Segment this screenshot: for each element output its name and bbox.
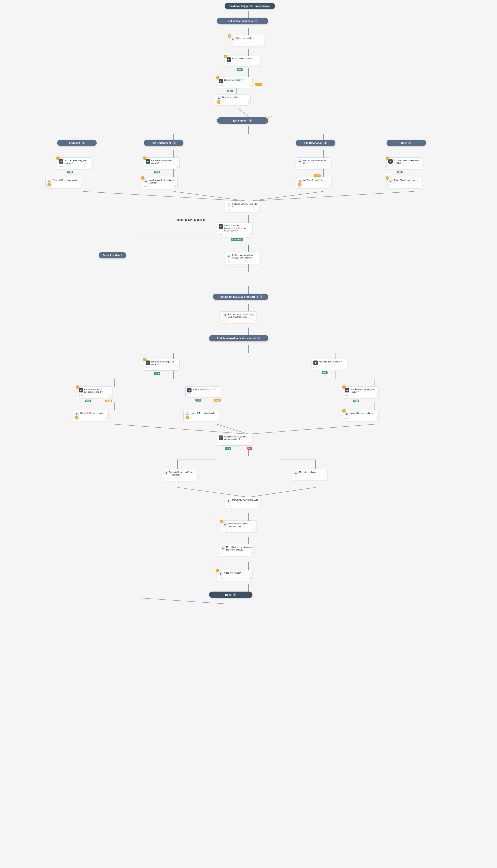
wildfire-warning: ⚠ xyxy=(298,183,301,186)
info-icon-endpoint[interactable]: ℹ xyxy=(82,141,85,144)
arrow-ad-users2: ▶ xyxy=(345,412,349,416)
is-ad-2-box[interactable]: ◆ Is Active Directory integration enable… xyxy=(343,386,379,398)
get-similar-incidents-label: Get similar incidents xyxy=(228,19,253,23)
cortex-endpoints-3-box[interactable]: ▶ Cortex XDR - get endpoints #123 ℹ ⚠ xyxy=(183,410,219,421)
endpoint-pill[interactable]: Endpoint ℹ xyxy=(57,140,97,146)
are-internal-ip-box[interactable]: ◆ Are there internal IP addresses to enr… xyxy=(77,386,112,398)
user-pill[interactable]: User ℹ xyxy=(386,140,426,146)
generate-report-box[interactable]: ▶ Generate investigation summary report … xyxy=(221,520,256,532)
similar-found-info[interactable]: ℹ xyxy=(258,63,258,65)
manual-close-id: #122 xyxy=(221,552,225,554)
calculate-severity-title: Calculate Severity - Generic v2 xyxy=(232,202,258,208)
continue-close-title: Continue with the investigation or Close… xyxy=(224,224,251,232)
file-detonation-pill[interactable]: File Detonation ℹ xyxy=(296,140,335,146)
enrich-internal-node: Enrich Internal Indicators found ℹ xyxy=(209,335,268,341)
info-icon-1[interactable]: ℹ xyxy=(254,19,258,23)
info-icon-done[interactable]: ℹ xyxy=(233,593,236,596)
cortex-endpoints-1-box[interactable]: ▶ Cortex XDR - get endpoints #61 ℹ ⚠ xyxy=(45,177,81,188)
ip-badge: ! xyxy=(76,386,80,389)
find-similar-info[interactable]: ℹ xyxy=(262,42,262,44)
manual-remediation-box[interactable]: ▶ Manual remediation ℹ xyxy=(292,469,327,480)
diamond-users: ◆ xyxy=(313,361,318,365)
hunting-pill[interactable]: Hunting for malicious indicators ℹ xyxy=(213,294,268,300)
link-q-else: ELSE xyxy=(255,83,262,86)
link-similar-q-box[interactable]: ◆ Link similar incidents? #138 ℹ ! xyxy=(217,77,253,88)
calculate-severity-box[interactable]: 📄 Calculate Severity - Generic v2 #125 ℹ xyxy=(225,201,260,213)
false-positive-node: False Positive ℹ xyxy=(99,252,126,258)
close-investigation-task: ▶ Close Investigation #126 ℹ ! xyxy=(217,570,253,581)
continue-or-close-task: ◆ Continue with the investigation or Clo… xyxy=(217,223,253,237)
playbook-triggered-node: Playbook Triggered Inputs / Outputs xyxy=(225,3,275,9)
playbook-triggered-label: Playbook Triggered xyxy=(229,4,253,8)
generate-report-title: Generate investigation summary report xyxy=(228,522,255,528)
xdr1-badge: ! xyxy=(56,156,60,160)
false-positive-pill[interactable]: False Positive ℹ xyxy=(99,252,126,258)
file-enrichment-pill[interactable]: File Enrichment ℹ xyxy=(144,140,183,146)
close-investigation-box[interactable]: ▶ Close Investigation #126 ℹ ! xyxy=(217,570,253,581)
cortex-endpoints-2-box[interactable]: ▶ Cortex XDR - get endpoints #108 ℹ ⚠ xyxy=(73,410,109,421)
link-similar-info[interactable]: ℹ xyxy=(248,102,249,103)
manual-retrieve-box[interactable]: ▶ Manual - Retrieve malicious file #66 ℹ xyxy=(296,157,331,169)
find-similar-title: Find similar incidents xyxy=(236,37,262,40)
enrichment-pill[interactable]: Enrichment ℹ xyxy=(217,117,268,124)
info-icon-fp[interactable]: ℹ xyxy=(121,254,122,257)
playbook-triggered-pill[interactable]: Playbook Triggered Inputs / Outputs xyxy=(225,3,275,9)
are-users-yes: YES xyxy=(322,371,328,374)
info-icon-file-detonation[interactable]: ℹ xyxy=(324,141,327,144)
is-cortex-xdr-2-box[interactable]: ◆ Is Cortex XDR Integration enabled? #11… xyxy=(144,359,180,370)
manual-review-title: Manual review by the analyst. xyxy=(232,499,258,501)
similar-found-badge: ! xyxy=(224,55,227,58)
perform-manual-box[interactable]: ▶ Perform manual Malware Analysis and Fo… xyxy=(225,252,260,264)
would-you-like-task: ◆ Would you like to perform auto-remedia… xyxy=(217,434,253,446)
autofocus-title: Is AutoFocus Integration enabled? xyxy=(151,159,178,164)
find-similar-incidents-box[interactable]: ▶ Find similar incidents #127 ℹ ! xyxy=(229,35,264,46)
ad1-yes: YES xyxy=(397,171,402,173)
link-similar-q-info[interactable]: ℹ xyxy=(250,84,251,86)
diamond-xdr2: ◆ xyxy=(146,361,150,365)
ad2-id: #133 xyxy=(345,394,349,396)
link-similar-box[interactable]: ▶ Link similar incidents #159 ℹ ⚠ xyxy=(215,94,251,106)
diamond-hosts: ◆ xyxy=(187,388,191,392)
link-similar-q-title: Link similar incidents? xyxy=(224,79,251,81)
xdr2-title: Is Cortex XDR Integration enabled? xyxy=(151,361,178,366)
palo-alto-hunting-box[interactable]: 🔰 Palo Alto Networks - Hunting And Threa… xyxy=(221,311,256,323)
link-q-yes: YES xyxy=(227,89,233,92)
info-icon-hunting[interactable]: ℹ xyxy=(259,295,263,298)
done-pill[interactable]: Done ℹ xyxy=(209,591,253,598)
info-icon-user[interactable]: ℹ xyxy=(408,141,411,144)
manual-close-box[interactable]: ▶ Manual - close investigation in the so… xyxy=(219,544,254,556)
is-ad-1-box[interactable]: ◆ Is Active Directory integration enable… xyxy=(386,157,422,169)
perform-manual-title: Perform manual Malware Analysis and Fore… xyxy=(232,254,258,259)
svg-line-54 xyxy=(114,424,248,434)
hosts-else: ELSE xyxy=(214,399,221,402)
inputs-outputs-btn[interactable]: Inputs / Outputs xyxy=(254,5,271,8)
file-icon-wildfire: 🔥 xyxy=(298,179,302,183)
manual-review-box[interactable]: ▶ Manual review by the analyst. #114 ℹ xyxy=(225,497,260,508)
workflow-canvas: Playbook Triggered Inputs / Outputs Get … xyxy=(0,0,497,868)
is-cortex-xdr-1-box[interactable]: ◆ Is Cortex XDR integration enabled? #10… xyxy=(57,157,93,169)
info-icon-file-enrichment[interactable]: ℹ xyxy=(173,141,176,144)
are-hosts-box[interactable]: ◆ Are there hosts to enrich? #122 ℹ YES … xyxy=(185,386,221,397)
get-similar-incidents-pill[interactable]: Get similar incidents ℹ xyxy=(217,18,268,24)
ad-users-1-box[interactable]: ▶ Active Directory - get users #133 ℹ ! xyxy=(386,177,422,188)
info-icon-enrichment[interactable]: ℹ xyxy=(249,119,252,122)
ad-users-2-task: ▶ Active Directory - get users #109 ℹ ! xyxy=(343,410,379,421)
palo-alto-hunting-title: Palo Alto Networks - Hunting And Threat … xyxy=(228,313,255,318)
info-icon-enrich[interactable]: ℹ xyxy=(257,337,260,340)
autofocus-retrieve-box[interactable]: ▶ AutoFocus - Retrieve Sample Analysis #… xyxy=(142,177,178,189)
hosts-title: Are there hosts to enrich? xyxy=(193,388,219,391)
is-autofocus-box[interactable]: ◆ Is AutoFocus Integration enabled? #11 … xyxy=(144,157,180,169)
are-there-users-box[interactable]: ◆ Are there users to enrich? #140 ℹ YES xyxy=(312,359,347,370)
ad-users2-badge: ! xyxy=(342,409,346,412)
file-icon-palo: 🔰 xyxy=(223,313,227,318)
similar-found-yes: YES xyxy=(237,68,243,71)
ad-users2-title: Active Directory - get users xyxy=(351,412,377,415)
palo-malware-box[interactable]: 🔰 Palo Alto Networks - Malware Remediati… xyxy=(162,469,197,481)
ad-users-2-box[interactable]: ▶ Active Directory - get users #109 ℹ ! xyxy=(343,410,379,421)
xdr2-badge: ! xyxy=(143,358,146,361)
enrich-internal-pill[interactable]: Enrich Internal Indicators found ℹ xyxy=(209,335,268,341)
would-you-like-box[interactable]: ◆ Would you like to perform auto-remedia… xyxy=(217,434,253,446)
wildfire-detonate-box[interactable]: 🔥 WildFire - Detonate file #63 ℹ ⚠ xyxy=(296,177,331,188)
similar-incidents-found-box[interactable]: ◆ Similar incidents found? #120 ℹ ! xyxy=(225,56,260,67)
continue-or-close-box[interactable]: ◆ Continue with the investigation or Clo… xyxy=(217,223,253,237)
